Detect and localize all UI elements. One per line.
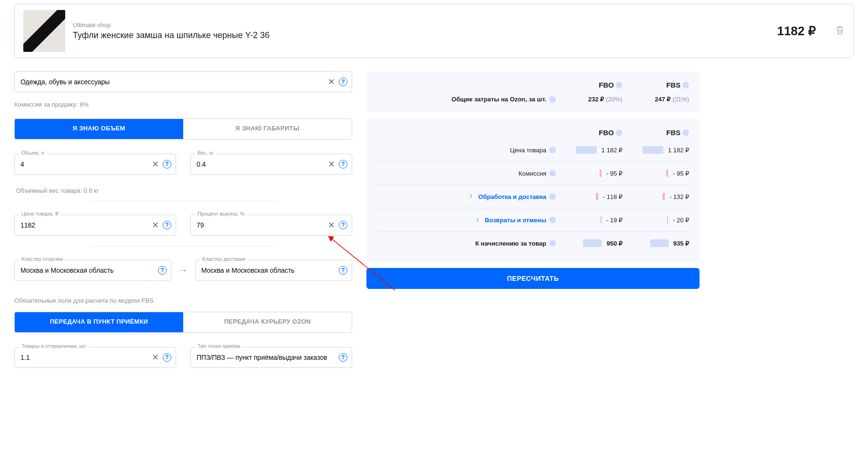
fbs-total-cost: 247 ₽(21%): [622, 96, 689, 103]
volume-dims-tabs: Я ЗНАЮ ОБЪЕМ Я ЗНАЮ ГАБАРИТЫ: [14, 119, 352, 139]
price-label: Цена товара, ₽: [19, 211, 61, 217]
detail-net-fbo: 950 ₽: [556, 239, 622, 247]
help-icon[interactable]: ?: [339, 160, 347, 168]
info-icon[interactable]: [549, 147, 556, 153]
help-icon[interactable]: ?: [339, 221, 347, 229]
info-icon[interactable]: [682, 82, 689, 89]
detail-returns-fbs: - 20 ₽: [622, 216, 689, 224]
help-icon[interactable]: ?: [339, 78, 347, 86]
total-costs-label: Общие затраты на Ozon, за шт.: [452, 96, 546, 103]
info-icon[interactable]: [616, 129, 622, 136]
weight-label: Вес, кг: [195, 150, 216, 156]
cluster-to-input[interactable]: [195, 260, 352, 281]
product-header: Ultimate shop Туфли женские замша на шпи…: [14, 4, 854, 58]
detail-returns-link[interactable]: 〉Возвраты и отмены: [377, 217, 556, 224]
fbs-col-head: FBS: [622, 129, 689, 137]
detail-commission-fbo: - 95 ₽: [556, 169, 622, 177]
help-icon[interactable]: ?: [158, 266, 167, 275]
tab-pickup[interactable]: ПЕРЕДАЧА В ПУНКТ ПРИЁМКИ: [15, 312, 183, 332]
info-icon[interactable]: [549, 170, 556, 177]
info-icon[interactable]: [549, 240, 556, 247]
product-title: Туфли женские замша на шпильке черные Y-…: [73, 30, 270, 40]
help-icon[interactable]: ?: [163, 221, 171, 229]
ship-items-label: Товары в отправлении, шт.: [19, 343, 89, 349]
divider: [90, 201, 276, 201]
divider: [90, 246, 276, 247]
shop-name: Ultimate shop: [73, 21, 270, 29]
fbs-tabs: ПЕРЕДАЧА В ПУНКТ ПРИЁМКИ ПЕРЕДАЧА КУРЬЕР…: [14, 312, 352, 333]
cluster-from-label: Кластер отгрузки: [19, 256, 65, 262]
clear-icon[interactable]: ✕: [328, 78, 335, 86]
info-icon[interactable]: [549, 96, 556, 103]
detail-delivery-fbo: - 118 ₽: [556, 193, 622, 200]
detail-panel: FBO FBS Цена товара 1 182 ₽ 1 182 ₽ Коми…: [366, 119, 700, 261]
product-image: [23, 10, 65, 52]
tab-courier[interactable]: ПЕРЕДАЧА КУРЬЕРУ OZON: [183, 312, 352, 332]
cluster-from-input[interactable]: [14, 260, 171, 281]
info-icon[interactable]: [682, 129, 689, 136]
fbo-total-cost: 232 ₽(20%): [556, 96, 622, 103]
chevron-right-icon: 〉: [476, 217, 481, 223]
detail-delivery-fbs: - 132 ₽: [622, 193, 689, 200]
fbs-note: Обязательные поля для расчета по модели …: [14, 297, 352, 304]
detail-returns-fbo: - 19 ₽: [556, 216, 622, 224]
detail-price-label: Цена товара: [510, 147, 546, 154]
detail-net-label: К начислению за товар: [475, 240, 546, 247]
help-icon[interactable]: ?: [163, 353, 171, 362]
detail-commission-label: Комиссия: [519, 170, 546, 177]
category-input[interactable]: [14, 71, 352, 92]
chevron-right-icon: 〉: [470, 193, 474, 200]
right-summary: FBO FBS Общие затраты на Ozon, за шт. 23…: [366, 71, 700, 289]
category-field-wrap: ✕ ?: [14, 71, 352, 92]
clear-icon[interactable]: ✕: [152, 353, 159, 362]
tab-volume[interactable]: Я ЗНАЮ ОБЪЕМ: [15, 119, 183, 139]
volumetric-note: Объемный вес товара: 0.8 кг: [16, 187, 352, 194]
clear-icon[interactable]: ✕: [328, 160, 335, 168]
buyout-label: Процент выкупа, %: [195, 211, 247, 217]
info-icon[interactable]: [549, 193, 556, 200]
recalculate-button[interactable]: ПЕРЕСЧИТАТЬ: [366, 268, 700, 289]
fbo-col-head: FBO: [556, 129, 622, 137]
left-form: ✕ ? Комиссия за продажу: 8% Я ЗНАЮ ОБЪЕМ…: [14, 71, 352, 372]
detail-commission-fbs: - 95 ₽: [622, 169, 689, 177]
clear-icon[interactable]: ✕: [152, 221, 159, 229]
clear-icon[interactable]: ✕: [328, 221, 335, 229]
detail-delivery-link[interactable]: 〉Обработка и доставка: [377, 193, 556, 200]
detail-net-fbs: 935 ₽: [622, 239, 689, 247]
tab-dimensions[interactable]: Я ЗНАЮ ГАБАРИТЫ: [183, 119, 352, 139]
product-price: 1182 ₽: [777, 24, 816, 39]
info-icon[interactable]: [549, 217, 556, 223]
clear-icon[interactable]: ✕: [152, 160, 159, 168]
detail-price-fbs: 1 182 ₽: [622, 146, 689, 154]
delete-icon[interactable]: [835, 25, 845, 37]
fbs-col-head: FBS: [622, 81, 689, 89]
help-icon[interactable]: ?: [339, 353, 347, 362]
arrow-right-icon: →: [179, 266, 187, 276]
point-type-label: Тип точки приёма: [195, 343, 243, 349]
info-icon[interactable]: [616, 82, 622, 89]
detail-price-fbo: 1 182 ₽: [556, 146, 622, 154]
summary-panel: FBO FBS Общие затраты на Ozon, за шт. 23…: [366, 71, 700, 112]
point-type-input[interactable]: [190, 347, 352, 368]
help-icon[interactable]: ?: [339, 266, 347, 275]
fbo-col-head: FBO: [556, 81, 622, 89]
volume-label: Объем, л: [19, 150, 47, 156]
help-icon[interactable]: ?: [163, 160, 171, 168]
cluster-to-label: Кластер доставки: [200, 256, 248, 262]
commission-note: Комиссия за продажу: 8%: [14, 101, 352, 108]
